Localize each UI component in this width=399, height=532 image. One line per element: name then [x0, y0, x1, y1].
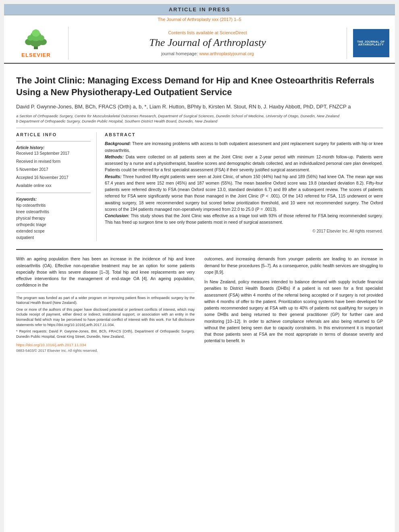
copyright-line: © 2017 Elsevier Inc. All rights reserved… — [105, 229, 383, 233]
accepted-text: Accepted 16 November 2017 — [16, 175, 91, 181]
body-para-left-1: With an ageing population there has been… — [16, 256, 195, 288]
authors-text: David P. Gwynne-Jones, BM, BCh, FRACS (O… — [16, 104, 351, 110]
svg-point-5 — [27, 35, 34, 41]
abstract-col: ABSTRACT Background: There are increasin… — [105, 132, 383, 241]
svg-point-8 — [34, 29, 37, 33]
keyword-5: extended scope — [16, 228, 91, 235]
abstract-methods: Methods: Data were collected on all pati… — [105, 154, 383, 173]
background-text: There are increasing problems with acces… — [105, 141, 383, 152]
results-label: Results: — [105, 174, 121, 179]
body-two-col: With an ageing population there has been… — [16, 256, 383, 354]
journal-homepage: journal homepage: www.arthroplastyjourna… — [77, 51, 339, 56]
affiliation-a: a Section of Orthopaedic Surgery, Centre… — [16, 113, 383, 118]
conclusion-text: This study shows that the Joint Clinic w… — [105, 213, 383, 224]
methods-text: Data were collected on all patients seen… — [105, 154, 383, 172]
available-text: Available online xxx — [16, 183, 91, 189]
vol-info: The Journal of Arthroplasty xxx (2017) 1… — [158, 17, 241, 22]
keyword-6: outpatient — [16, 235, 91, 241]
doi-footer-link[interactable]: https://doi.org/10.1016/j.arth.2017.11.0… — [16, 343, 86, 347]
journal-right-logo: THE JOURNAL OFARTHROPLASTY — [353, 29, 389, 57]
journal-header-center: Contents lists available at ScienceDirec… — [69, 29, 347, 58]
keyword-1: hip osteoarthritis — [16, 202, 91, 209]
authors: David P. Gwynne-Jones, BM, BCh, FRACS (O… — [16, 103, 383, 111]
affiliation-b: b Department of Orthopaedic Surgery, Dun… — [16, 118, 383, 124]
keywords-label: Keywords: — [16, 197, 91, 202]
article-info-abstract: ARTICLE INFO Article history: Received 1… — [16, 132, 383, 241]
elsevier-text: ELSEVIER — [21, 52, 50, 58]
banner-text: ARTICLE IN PRESS — [169, 6, 231, 12]
body-section: With an ageing population there has been… — [16, 249, 383, 354]
journal-logo-area: THE JOURNAL OFARTHROPLASTY — [347, 27, 395, 59]
vol-info-line: The Journal of Arthroplasty xxx (2017) 1… — [16, 15, 383, 23]
journal-logo-text: THE JOURNAL OFARTHROPLASTY — [357, 40, 384, 46]
keywords-list: hip osteoarthritis knee osteoarthritis p… — [16, 202, 91, 241]
conclusion-label: Conclusion: — [105, 213, 129, 218]
body-para-right-1: outcomes, and increasing demands from yo… — [204, 256, 383, 275]
keyword-3: physical therapy — [16, 215, 91, 222]
received-revised-label: Received in revised form — [16, 159, 91, 164]
footnote-2: One or more of the authors of this paper… — [16, 307, 195, 327]
body-col-left: With an ageing population there has been… — [16, 256, 195, 354]
abstract-background: Background: There are increasing problem… — [105, 140, 383, 154]
elsevier-logo-area: ELSEVIER — [4, 27, 69, 60]
revised-date: 5 November 2017 — [16, 167, 91, 172]
abstract-results: Results: Three hundred fifty-eight patie… — [105, 173, 383, 213]
divider-keywords — [16, 193, 91, 193]
footnote-1: The program was funded as part of a wide… — [16, 295, 195, 305]
journal-title: The Journal of Arthroplasty — [77, 37, 339, 49]
background-label: Background: — [105, 141, 131, 146]
journal-header: ELSEVIER Contents lists available at Sci… — [4, 23, 395, 64]
body-para-right-2: In New Zealand, policy measures intended… — [204, 278, 383, 344]
divider-article-info — [16, 141, 91, 141]
results-text: Three hundred fifty-eight patients were … — [105, 174, 383, 212]
homepage-label: journal homepage: — [161, 51, 198, 56]
history-label: Article history: — [16, 145, 91, 150]
page: ARTICLE IN PRESS The Journal of Arthropl… — [4, 4, 395, 532]
footnote-area: The program was funded as part of a wide… — [16, 293, 195, 354]
article-in-press-banner: ARTICLE IN PRESS — [4, 4, 395, 15]
divider-1 — [16, 128, 383, 128]
body-col-right: outcomes, and increasing demands from yo… — [204, 256, 383, 354]
footnote-3: * Reprint requests: David P. Gwynne-Jone… — [16, 329, 195, 339]
article-title: The Joint Clinic: Managing Excess Demand… — [16, 75, 383, 98]
elsevier-tree-icon — [22, 28, 50, 50]
issn-line: 0883-5403/© 2017 Elsevier Inc. All right… — [16, 348, 195, 354]
svg-point-6 — [38, 35, 44, 41]
article-info-section-label: ARTICLE INFO — [16, 132, 91, 137]
keyword-2: knee osteoarthritis — [16, 209, 91, 215]
article-info-col: ARTICLE INFO Article history: Received 1… — [16, 132, 97, 241]
methods-label: Methods: — [105, 154, 124, 159]
received-text: Received 13 September 2017 — [16, 151, 91, 156]
science-direct-label: Contents lists available at ScienceDirec… — [77, 30, 339, 35]
abstract-section-label: ABSTRACT — [105, 132, 383, 137]
elsevier-logo: ELSEVIER — [21, 28, 50, 58]
affiliations: a Section of Orthopaedic Surgery, Centre… — [16, 113, 383, 124]
abstract-conclusion: Conclusion: This study shows that the Jo… — [105, 212, 383, 226]
homepage-url[interactable]: www.arthroplastyjournal.org — [199, 51, 254, 56]
main-content: The Joint Clinic: Managing Excess Demand… — [4, 64, 395, 362]
abstract-text: Background: There are increasing problem… — [105, 140, 383, 225]
keyword-4: orthopedic triage — [16, 222, 91, 228]
science-direct-link[interactable]: ScienceDirect — [220, 30, 247, 35]
